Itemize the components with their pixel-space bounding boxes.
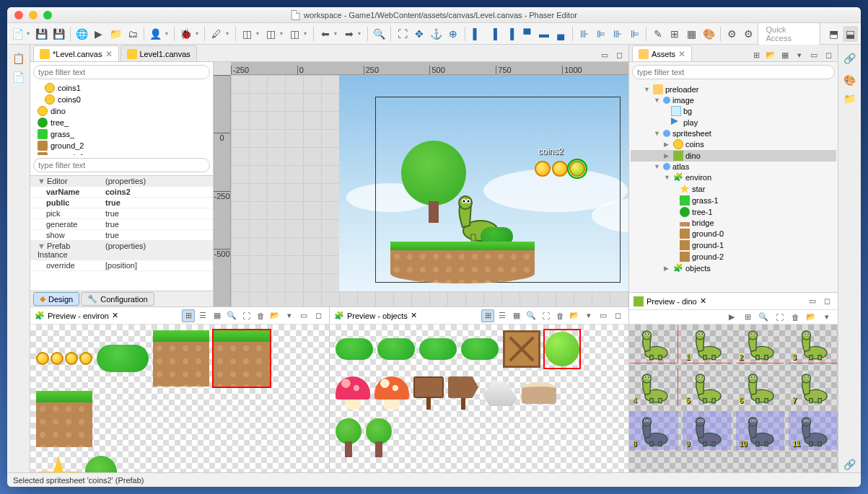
tab-design[interactable]: ◆Design [33,292,79,306]
thumb-coins[interactable] [36,330,92,387]
thumb-rock[interactable] [483,376,517,410]
back-button[interactable]: ⬅ [317,26,333,42]
dino-frame[interactable]: 11 [789,411,838,450]
asset-bridge[interactable]: bridge [631,218,836,228]
dino-frame[interactable]: 5 [683,368,732,407]
fit-button[interactable]: ⛶ [395,26,410,42]
perspective1-button[interactable]: ⬒ [826,26,841,42]
thumb-arrow-sign[interactable] [448,376,478,410]
perspective2-button[interactable]: ⬓ [843,26,858,42]
asset-image-group[interactable]: ▼image [631,95,836,105]
clear-icon[interactable]: 🗑 [789,311,802,324]
dino-frame[interactable]: 10 [736,411,785,450]
sprite-platform[interactable] [390,242,535,283]
dino-frame[interactable] [629,325,678,363]
open-icon[interactable]: 📂 [268,309,281,322]
view-grid-icon[interactable]: ⊞ [182,309,195,322]
assets-filter-input[interactable] [632,65,835,79]
prop-val-pick[interactable]: true [102,208,213,219]
thumb-mushroom-orange[interactable] [374,376,409,410]
close-tab-icon[interactable]: ✕ [105,49,113,59]
outline-tree[interactable]: coins1 coins0 dino tree_ grass_ ground_2… [30,82,213,155]
maximize-view-icon[interactable]: ◻ [613,48,626,61]
zoom-button[interactable]: 🔍 [372,26,387,42]
dist-h-button[interactable]: ⊪ [577,26,592,42]
outline-item-ground1[interactable]: ground_1 [30,151,213,155]
view-tile-icon[interactable]: ▦ [211,309,224,322]
thumb-mushroom-pink[interactable] [336,376,370,410]
thumb-bush[interactable] [461,330,499,368]
folder-button[interactable]: 📁 [108,26,123,42]
grid-button[interactable]: ⊞ [667,26,683,42]
minimize-window-button[interactable] [29,11,38,19]
fit-icon[interactable]: ⛶ [240,309,253,322]
prop-val-public[interactable]: true [102,198,213,208]
close-view-icon[interactable]: ✕ [112,311,118,320]
asset-ground1[interactable]: ground-1 [631,239,836,251]
menu-icon[interactable]: ▾ [582,309,595,322]
asset-play[interactable]: play [631,117,836,128]
max-icon[interactable]: ◻ [611,309,624,322]
fwd-button[interactable]: ➡ [341,26,356,42]
target-button[interactable]: ⊕ [445,26,460,42]
gear-button[interactable]: ⚙ [724,26,740,42]
tab-assets[interactable]: Assets ✕ [632,45,692,61]
min-icon[interactable]: ▭ [597,309,610,322]
prop-val-show[interactable]: true [102,230,213,240]
sprite-coin[interactable] [552,161,568,177]
asset-dino-selected[interactable]: ▶dino [631,150,836,162]
frames-icon[interactable]: ⊞ [741,311,754,324]
view-btn1[interactable]: ⊞ [750,48,763,61]
close-view-icon[interactable]: ✕ [411,311,417,320]
close-view-icon[interactable]: ✕ [700,296,706,306]
menu-icon[interactable]: ▾ [283,309,296,322]
stack-button[interactable]: 🗂 [125,26,140,42]
trim-folder-icon[interactable]: 📁 [842,91,858,107]
dino-frame[interactable]: 7 [789,368,838,407]
wand-button[interactable]: 🖊 [209,26,224,42]
canvas-editor[interactable]: -25002505007501000 0-250-500 [214,62,628,306]
asset-objects[interactable]: ▶🧩objects [631,263,836,274]
tab-configuration[interactable]: 🔧Configuration [81,292,154,306]
thumb-stump[interactable] [522,376,556,410]
thumb-bush[interactable] [336,330,373,368]
dino-frame[interactable]: 9 [683,411,732,450]
dino-frame[interactable]: 1 [683,325,732,363]
open-icon[interactable]: 📂 [568,309,581,322]
dino-frame[interactable]: 8 [629,411,678,450]
max-icon[interactable]: ◻ [822,48,835,61]
view-btn3[interactable]: ▦ [779,48,792,61]
layer-btn[interactable]: ◫ [240,26,255,42]
dino-frame[interactable]: 3 [789,325,838,363]
run-button[interactable]: ▶ [91,26,106,42]
thumb-star[interactable] [36,456,81,472]
dist2-button[interactable]: ⊪ [610,26,626,42]
max-icon[interactable]: ◻ [312,309,325,322]
clear-icon[interactable]: 🗑 [254,309,267,322]
min-icon[interactable]: ▭ [807,48,820,61]
align-left-button[interactable]: ▌ [469,26,484,42]
outline-item-coins0[interactable]: coins0 [30,94,213,105]
asset-star[interactable]: star [631,183,836,195]
prop-val-varname[interactable]: coins2 [102,187,213,197]
close-window-button[interactable] [14,11,23,19]
asset-tree1[interactable]: tree-1 [631,206,836,218]
align-middle-button[interactable]: ▬ [536,26,551,42]
view-btn2[interactable]: 📂 [764,48,777,61]
open-icon[interactable]: 📂 [805,311,817,324]
view-list-icon[interactable]: ☰ [496,309,509,322]
sprite-coins-group[interactable] [535,161,585,177]
thumb-ground[interactable] [153,330,209,387]
thumb-sign[interactable] [413,376,444,410]
trim-btn1[interactable]: 📋 [11,50,27,66]
align-right-button[interactable]: ▐ [503,26,518,42]
thumb-ball-selected[interactable] [545,330,579,368]
gear2-button[interactable]: ⚙ [741,26,756,42]
trim-link-icon[interactable]: 🔗 [842,50,858,66]
zoom-icon[interactable]: 🔍 [757,311,770,324]
zoom-icon[interactable]: 🔍 [225,309,238,322]
min-icon[interactable]: ▭ [806,295,819,308]
props-filter-input[interactable] [33,158,210,172]
thumb-bush[interactable] [377,330,415,368]
palette-button[interactable]: 🎨 [701,26,716,42]
